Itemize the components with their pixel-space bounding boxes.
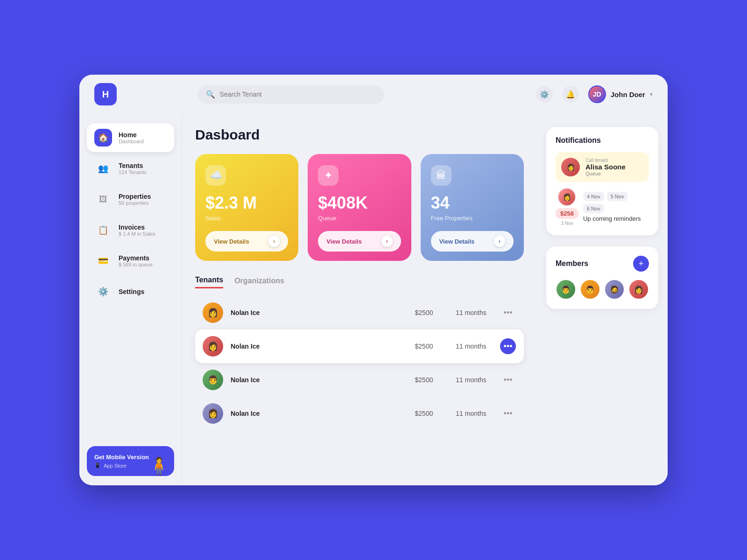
tenant-amount: $2500 [405,343,443,350]
sidebar-item-sub: 50 properties [119,200,151,206]
sidebar-item-properties[interactable]: 🖼 Properties 50 properties [87,185,174,214]
arrow-icon: › [381,236,393,247]
sidebar-item-label: Invoices [119,224,155,231]
mobile-card[interactable]: Get Mobile Version 📱 App Store 🧍 [87,446,174,476]
date-chip: 5 Nov [607,192,628,201]
date-chip: 6 Nov [583,204,604,213]
search-input[interactable] [220,91,376,98]
sales-card: ☁️ $2.3 M Sales View Details › [195,154,298,261]
reminder-amount: $258 [556,208,578,219]
sidebar-item-tenants[interactable]: 👥 Tenants 124 Tenants [87,154,174,183]
body: 🏠 Home Dashboard 👥 Tenants 124 Tenants 🖼… [79,114,668,485]
notification-sub: Call tenant [585,158,643,163]
sidebar-item-settings[interactable]: ⚙️ Settings [87,277,174,306]
properties-label: Free Properties [431,215,514,222]
queue-value: $408K [318,193,401,213]
members-avatars: 👨 👨 🧔 👩 [556,279,649,300]
notification-status: Queue [585,171,643,176]
member-avatar[interactable]: 👨 [580,279,600,300]
members-card: Members + 👨 👨 🧔 👩 [546,246,658,309]
reminder-date: 3 Nov [561,221,573,226]
header: H 🔍 ⚙️ 🔔 JD John Doer ▾ [79,75,668,114]
properties-card-icon: 🏛 [431,165,451,186]
sidebar: 🏠 Home Dashboard 👥 Tenants 124 Tenants 🖼… [79,114,182,485]
tenant-list: 👩 Nolan Ice $2500 11 months ••• 👩 Nolan … [195,296,524,430]
search-icon: 🔍 [206,90,215,99]
tenant-amount: $2500 [405,410,443,417]
reminder-avatar: 👩 [557,188,576,206]
properties-value: 34 [431,193,514,213]
avatar: 👩 [203,403,223,424]
date-chip: 4 Nov [583,192,604,201]
sidebar-item-home[interactable]: 🏠 Home Dashboard [87,123,174,152]
tenant-amount: $2500 [405,309,443,316]
sales-label: Sales [205,215,288,222]
notification-name: Alisa Soone [585,163,643,171]
queue-view-details-button[interactable]: View Details › [318,231,401,252]
mobile-person-icon: 🧍 [148,456,169,476]
tab-organizations[interactable]: Organizations [234,277,284,288]
bell-icon[interactable]: 🔔 [562,86,579,103]
sidebar-item-payments[interactable]: 💳 Payments $ 589 in queue [87,246,174,275]
sidebar-item-sub: 124 Tenants [119,169,147,175]
arrow-icon: › [268,236,280,247]
tenant-duration: 11 months [450,376,492,384]
properties-icon: 🖼 [94,190,112,208]
sidebar-item-label: Payments [119,254,153,262]
logo-button[interactable]: H [94,83,117,105]
stats-cards: ☁️ $2.3 M Sales View Details › ✦ $408K Q… [195,154,524,261]
queue-label: Queue [318,215,401,222]
user-name: John Doer [611,91,645,98]
settings-icon[interactable]: ⚙️ [536,86,553,103]
sidebar-item-label: Home [119,131,144,139]
properties-view-details-button[interactable]: View Details › [431,231,514,252]
table-row[interactable]: 👩 Nolan Ice $2500 11 months ••• [195,329,524,363]
table-row[interactable]: 👩 Nolan Ice $2500 11 months ••• [195,397,524,430]
home-icon: 🏠 [94,129,112,147]
tenant-duration: 11 months [450,309,492,316]
app-store-icon: 📱 [94,462,101,469]
tenants-icon: 👥 [94,160,112,177]
member-avatar[interactable]: 👩 [628,279,649,300]
reminder-dates: 4 Nov 5 Nov 6 Nov [583,192,649,213]
sidebar-item-sub: $ 589 in queue [119,262,153,267]
sales-card-icon: ☁️ [205,165,226,186]
notifications-title: Notifications [556,136,649,145]
tenant-menu: ••• [500,306,516,320]
context-menu-button[interactable]: ••• [502,407,514,420]
context-menu-button[interactable]: ••• [502,306,514,320]
tenant-duration: 11 months [450,343,492,350]
member-avatar[interactable]: 🧔 [604,279,625,300]
notification-item[interactable]: 👩 Call tenant Alisa Soone Queue [556,152,649,182]
avatar: JD [588,85,606,103]
search-bar: 🔍 [197,85,384,104]
sidebar-item-invoices[interactable]: 📋 Invoices $ 1,4 M in Sales [87,216,174,245]
avatar: 👩 [203,302,223,323]
queue-card-icon: ✦ [318,165,338,186]
context-menu-button[interactable]: ••• [502,373,514,387]
sales-value: $2.3 M [205,193,288,213]
reminder-item: 👩 $258 3 Nov 4 Nov 5 Nov 6 Nov Up coming… [556,188,649,226]
table-row[interactable]: 👩 Nolan Ice $2500 11 months ••• [195,296,524,329]
reminder-label: Up coming reminders [583,215,649,222]
sidebar-item-sub: Dashboard [119,139,144,144]
tenant-menu: ••• [500,373,516,387]
tenant-menu: ••• [500,338,516,354]
members-title: Members [556,259,588,268]
member-avatar[interactable]: 👨 [556,279,576,300]
tab-tenants[interactable]: Tenants [195,276,223,288]
members-header: Members + [556,256,649,272]
tenant-menu: ••• [500,407,516,420]
header-right: ⚙️ 🔔 JD John Doer ▾ [536,85,653,103]
context-menu-button[interactable]: ••• [500,338,516,354]
tenant-name: Nolan Ice [231,309,398,316]
add-member-button[interactable]: + [633,256,649,272]
queue-card: ✦ $408K Queue View Details › [308,154,411,261]
settings-nav-icon: ⚙️ [94,283,112,301]
main-content: Dasboard ☁️ $2.3 M Sales View Details › … [182,114,537,485]
user-info[interactable]: JD John Doer ▾ [588,85,653,103]
arrow-icon: › [494,236,505,247]
table-row[interactable]: 👨 Nolan Ice $2500 11 months ••• [195,363,524,397]
sales-view-details-button[interactable]: View Details › [205,231,288,252]
app-container: H 🔍 ⚙️ 🔔 JD John Doer ▾ 🏠 Home Dashboard [79,75,668,485]
